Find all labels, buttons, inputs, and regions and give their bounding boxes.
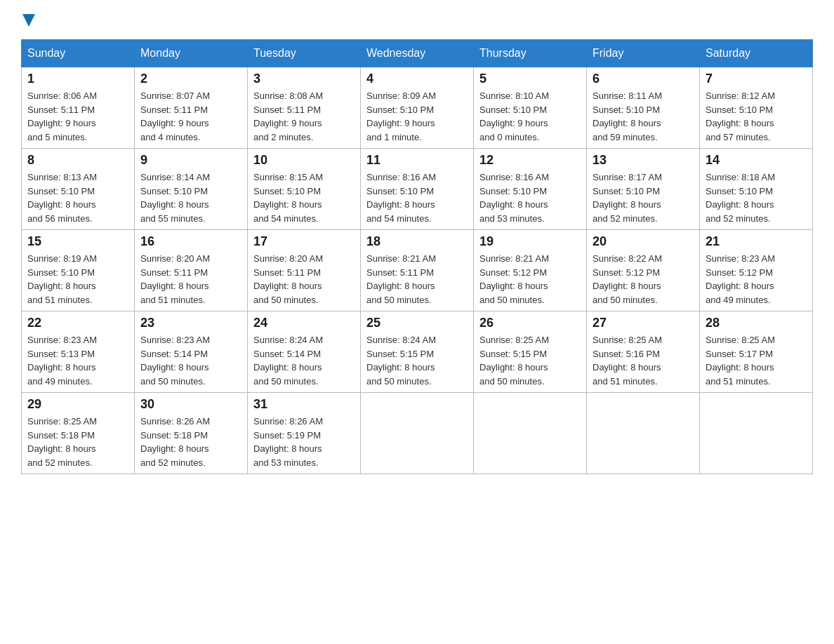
day-number: 21: [706, 234, 807, 249]
day-number: 20: [593, 234, 694, 249]
day-number: 12: [479, 153, 581, 168]
day-info: Sunrise: 8:24 AM Sunset: 5:14 PM Dayligh…: [253, 333, 355, 388]
day-info: Sunrise: 8:12 AM Sunset: 5:10 PM Dayligh…: [706, 89, 807, 144]
calendar-cell: 11Sunrise: 8:16 AM Sunset: 5:10 PM Dayli…: [361, 149, 474, 230]
calendar-cell: 22Sunrise: 8:23 AM Sunset: 5:13 PM Dayli…: [22, 311, 135, 393]
day-number: 19: [479, 234, 581, 249]
day-number: 22: [27, 316, 128, 330]
day-info: Sunrise: 8:16 AM Sunset: 5:10 PM Dayligh…: [479, 170, 581, 225]
calendar-cell: [474, 393, 587, 474]
calendar-cell: 12Sunrise: 8:16 AM Sunset: 5:10 PM Dayli…: [474, 149, 587, 230]
day-number: 1: [27, 72, 128, 86]
day-info: Sunrise: 8:19 AM Sunset: 5:10 PM Dayligh…: [27, 252, 128, 307]
day-number: 8: [27, 153, 128, 168]
day-number: 3: [253, 72, 355, 86]
day-info: Sunrise: 8:13 AM Sunset: 5:10 PM Dayligh…: [27, 170, 128, 225]
day-number: 30: [140, 397, 241, 412]
calendar-cell: 21Sunrise: 8:23 AM Sunset: 5:12 PM Dayli…: [700, 230, 813, 311]
calendar-cell: 23Sunrise: 8:23 AM Sunset: 5:14 PM Dayli…: [135, 311, 248, 393]
calendar-cell: 27Sunrise: 8:25 AM Sunset: 5:16 PM Dayli…: [587, 311, 700, 393]
calendar-cell: [700, 393, 813, 474]
calendar-week-row: 22Sunrise: 8:23 AM Sunset: 5:13 PM Dayli…: [22, 311, 813, 393]
day-info: Sunrise: 8:09 AM Sunset: 5:10 PM Dayligh…: [366, 89, 468, 144]
day-info: Sunrise: 8:23 AM Sunset: 5:12 PM Dayligh…: [706, 252, 807, 307]
day-number: 2: [140, 72, 241, 86]
calendar-week-row: 15Sunrise: 8:19 AM Sunset: 5:10 PM Dayli…: [22, 230, 813, 311]
day-number: 26: [479, 316, 581, 330]
day-info: Sunrise: 8:21 AM Sunset: 5:12 PM Dayligh…: [479, 252, 581, 307]
calendar-week-row: 29Sunrise: 8:25 AM Sunset: 5:18 PM Dayli…: [22, 393, 813, 474]
calendar-cell: 14Sunrise: 8:18 AM Sunset: 5:10 PM Dayli…: [700, 149, 813, 230]
day-number: 17: [253, 234, 355, 249]
day-number: 7: [706, 72, 807, 86]
day-info: Sunrise: 8:22 AM Sunset: 5:12 PM Dayligh…: [593, 252, 694, 307]
day-info: Sunrise: 8:23 AM Sunset: 5:14 PM Dayligh…: [140, 333, 241, 388]
day-info: Sunrise: 8:10 AM Sunset: 5:10 PM Dayligh…: [479, 89, 581, 144]
column-header-thursday: Thursday: [474, 40, 587, 67]
day-info: Sunrise: 8:07 AM Sunset: 5:11 PM Dayligh…: [140, 89, 241, 144]
day-info: Sunrise: 8:25 AM Sunset: 5:16 PM Dayligh…: [593, 333, 694, 388]
day-info: Sunrise: 8:20 AM Sunset: 5:11 PM Dayligh…: [253, 252, 355, 307]
calendar-cell: 16Sunrise: 8:20 AM Sunset: 5:11 PM Dayli…: [135, 230, 248, 311]
day-number: 4: [366, 72, 468, 86]
day-info: Sunrise: 8:26 AM Sunset: 5:19 PM Dayligh…: [253, 415, 355, 469]
calendar-cell: [361, 393, 474, 474]
day-info: Sunrise: 8:18 AM Sunset: 5:10 PM Dayligh…: [706, 170, 807, 225]
calendar-cell: 9Sunrise: 8:14 AM Sunset: 5:10 PM Daylig…: [135, 149, 248, 230]
day-number: 6: [593, 72, 694, 86]
day-info: Sunrise: 8:16 AM Sunset: 5:10 PM Dayligh…: [366, 170, 468, 225]
calendar-cell: 24Sunrise: 8:24 AM Sunset: 5:14 PM Dayli…: [248, 311, 361, 393]
calendar-cell: 7Sunrise: 8:12 AM Sunset: 5:10 PM Daylig…: [700, 67, 813, 149]
calendar-cell: 2Sunrise: 8:07 AM Sunset: 5:11 PM Daylig…: [135, 67, 248, 149]
svg-marker-0: [22, 14, 35, 27]
day-number: 27: [593, 316, 694, 330]
day-info: Sunrise: 8:20 AM Sunset: 5:11 PM Dayligh…: [140, 252, 241, 307]
calendar-cell: 8Sunrise: 8:13 AM Sunset: 5:10 PM Daylig…: [22, 149, 135, 230]
calendar-cell: 25Sunrise: 8:24 AM Sunset: 5:15 PM Dayli…: [361, 311, 474, 393]
calendar-table: SundayMondayTuesdayWednesdayThursdayFrid…: [21, 39, 813, 474]
calendar-cell: [587, 393, 700, 474]
calendar-cell: 19Sunrise: 8:21 AM Sunset: 5:12 PM Dayli…: [474, 230, 587, 311]
day-info: Sunrise: 8:06 AM Sunset: 5:11 PM Dayligh…: [27, 89, 128, 144]
calendar-cell: 20Sunrise: 8:22 AM Sunset: 5:12 PM Dayli…: [587, 230, 700, 311]
calendar-cell: 17Sunrise: 8:20 AM Sunset: 5:11 PM Dayli…: [248, 230, 361, 311]
calendar-cell: 6Sunrise: 8:11 AM Sunset: 5:10 PM Daylig…: [587, 67, 700, 149]
calendar-cell: 3Sunrise: 8:08 AM Sunset: 5:11 PM Daylig…: [248, 67, 361, 149]
logo-arrow-icon: [22, 14, 35, 27]
day-number: 31: [253, 397, 355, 412]
column-header-monday: Monday: [135, 40, 248, 67]
day-info: Sunrise: 8:25 AM Sunset: 5:17 PM Dayligh…: [706, 333, 807, 388]
day-number: 28: [706, 316, 807, 330]
day-number: 29: [27, 397, 128, 412]
day-info: Sunrise: 8:15 AM Sunset: 5:10 PM Dayligh…: [253, 170, 355, 225]
page-header: [21, 14, 813, 27]
day-info: Sunrise: 8:24 AM Sunset: 5:15 PM Dayligh…: [366, 333, 468, 388]
calendar-cell: 1Sunrise: 8:06 AM Sunset: 5:11 PM Daylig…: [22, 67, 135, 149]
calendar-header: SundayMondayTuesdayWednesdayThursdayFrid…: [22, 40, 813, 67]
calendar-cell: 10Sunrise: 8:15 AM Sunset: 5:10 PM Dayli…: [248, 149, 361, 230]
day-number: 18: [366, 234, 468, 249]
column-header-tuesday: Tuesday: [248, 40, 361, 67]
day-number: 25: [366, 316, 468, 330]
day-number: 13: [593, 153, 694, 168]
calendar-cell: 29Sunrise: 8:25 AM Sunset: 5:18 PM Dayli…: [22, 393, 135, 474]
day-number: 10: [253, 153, 355, 168]
day-info: Sunrise: 8:23 AM Sunset: 5:13 PM Dayligh…: [27, 333, 128, 388]
day-info: Sunrise: 8:11 AM Sunset: 5:10 PM Dayligh…: [593, 89, 694, 144]
calendar-cell: 28Sunrise: 8:25 AM Sunset: 5:17 PM Dayli…: [700, 311, 813, 393]
column-header-friday: Friday: [587, 40, 700, 67]
day-info: Sunrise: 8:25 AM Sunset: 5:15 PM Dayligh…: [479, 333, 581, 388]
calendar-cell: 31Sunrise: 8:26 AM Sunset: 5:19 PM Dayli…: [248, 393, 361, 474]
calendar-week-row: 8Sunrise: 8:13 AM Sunset: 5:10 PM Daylig…: [22, 149, 813, 230]
day-number: 15: [27, 234, 128, 249]
logo: [21, 14, 35, 27]
day-number: 5: [479, 72, 581, 86]
day-number: 16: [140, 234, 241, 249]
day-number: 11: [366, 153, 468, 168]
calendar-cell: 13Sunrise: 8:17 AM Sunset: 5:10 PM Dayli…: [587, 149, 700, 230]
column-header-wednesday: Wednesday: [361, 40, 474, 67]
day-info: Sunrise: 8:14 AM Sunset: 5:10 PM Dayligh…: [140, 170, 241, 225]
day-number: 24: [253, 316, 355, 330]
calendar-cell: 18Sunrise: 8:21 AM Sunset: 5:11 PM Dayli…: [361, 230, 474, 311]
calendar-week-row: 1Sunrise: 8:06 AM Sunset: 5:11 PM Daylig…: [22, 67, 813, 149]
